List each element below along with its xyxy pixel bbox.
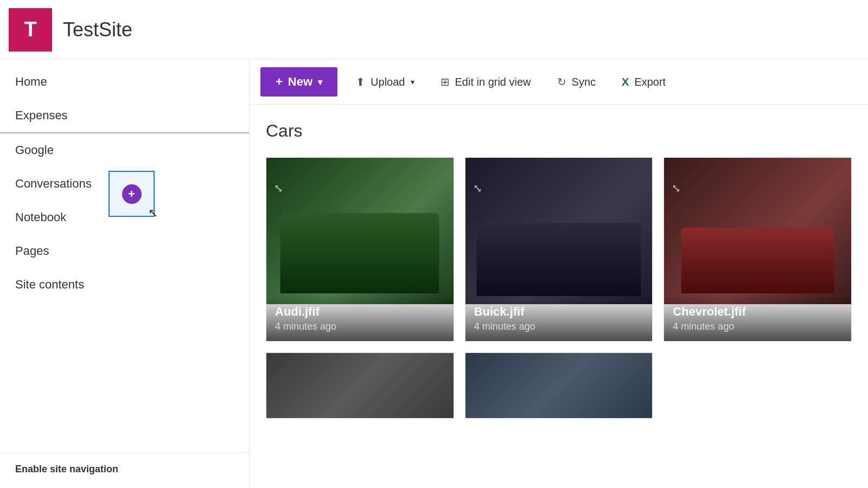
- sidebar-item-conversations[interactable]: Conversations ···: [0, 167, 249, 201]
- file-card-overlay-buick: Buick.jfif 4 minutes ago: [465, 294, 653, 341]
- sync-label: Sync: [572, 76, 596, 88]
- sidebar-item-expenses[interactable]: Expenses ···: [0, 99, 249, 133]
- site-title: TestSite: [63, 18, 132, 41]
- upload-button[interactable]: ⬆ Upload ▾: [348, 70, 422, 94]
- file-name-buick: Buick.jfif: [474, 305, 644, 319]
- plus-icon: +: [276, 75, 283, 89]
- chevron-down-icon: ▾: [318, 77, 322, 87]
- grid-icon: ⊞: [441, 75, 450, 88]
- main-content: Cars ⤡ Audi.jfif 4 minutes ago ⤡ B: [250, 105, 868, 488]
- export-button[interactable]: X Export: [614, 70, 673, 94]
- main-layout: Home ··· Expenses ··· + ↖ Google ··· Con…: [0, 60, 868, 488]
- upload-chevron-icon: ▾: [411, 78, 414, 86]
- sync-icon: ↻: [557, 75, 566, 88]
- file-image-sedan: [266, 353, 454, 418]
- content-area: + New ▾ ⬆ Upload ▾ ⊞ Edit in grid view ↻…: [250, 60, 868, 488]
- header: T TestSite: [0, 0, 868, 60]
- file-time-buick: 4 minutes ago: [474, 321, 644, 332]
- file-card-row2-1[interactable]: [266, 352, 454, 419]
- sidebar-bottom: Enable site navigation: [0, 452, 249, 488]
- page-title: Cars: [266, 121, 852, 141]
- site-logo: T: [9, 8, 52, 52]
- sidebar-item-google[interactable]: Google ···: [0, 133, 249, 167]
- edit-grid-button[interactable]: ⊞ Edit in grid view: [433, 70, 539, 94]
- sidebar-item-pages[interactable]: Pages ···: [0, 234, 249, 268]
- new-button[interactable]: + New ▾: [260, 67, 337, 97]
- edit-grid-label: Edit in grid view: [455, 76, 531, 88]
- file-image-audi: [266, 158, 454, 304]
- sidebar-item-label: Google: [15, 143, 54, 157]
- sidebar-item-label: Notebook: [15, 210, 66, 224]
- upload-icon: ⬆: [356, 75, 365, 88]
- file-name-audi: Audi.jfif: [275, 305, 445, 319]
- sidebar-item-home[interactable]: Home ···: [0, 65, 249, 99]
- file-image-suv2: [465, 353, 653, 418]
- sidebar: Home ··· Expenses ··· + ↖ Google ··· Con…: [0, 60, 250, 488]
- resize-icon-chevrolet: ⤡: [672, 182, 681, 195]
- file-card-audi[interactable]: ⤡ Audi.jfif 4 minutes ago: [266, 157, 454, 342]
- resize-icon-audi: ⤡: [274, 182, 283, 195]
- file-name-chevrolet: Chevrolet.jfif: [673, 305, 843, 319]
- file-grid: ⤡ Audi.jfif 4 minutes ago ⤡ Buick.jfif 4…: [266, 157, 852, 419]
- toolbar: + New ▾ ⬆ Upload ▾ ⊞ Edit in grid view ↻…: [250, 60, 868, 105]
- file-card-buick[interactable]: ⤡ Buick.jfif 4 minutes ago: [465, 157, 653, 342]
- export-label: Export: [634, 76, 666, 88]
- sidebar-item-label: Conversations: [15, 177, 92, 191]
- new-button-label: New: [288, 75, 312, 89]
- sidebar-item-label: Site contents: [15, 278, 84, 292]
- upload-label: Upload: [371, 76, 405, 88]
- excel-icon: X: [622, 76, 629, 88]
- file-time-audi: 4 minutes ago: [275, 321, 445, 332]
- logo-letter: T: [24, 18, 36, 41]
- sidebar-item-label: Home: [15, 75, 47, 89]
- sidebar-item-site-contents[interactable]: Site contents ···: [0, 268, 249, 301]
- file-card-row2-2[interactable]: [465, 352, 653, 419]
- sidebar-item-label: Expenses: [15, 108, 68, 123]
- file-card-overlay-audi: Audi.jfif 4 minutes ago: [266, 294, 454, 341]
- sidebar-item-notebook[interactable]: Notebook ···: [0, 201, 249, 234]
- file-image-chevrolet: [664, 158, 851, 304]
- enable-nav-title: Enable site navigation: [15, 464, 234, 475]
- file-image-buick: [465, 158, 653, 304]
- sidebar-item-label: Pages: [15, 244, 49, 258]
- file-card-overlay-chevrolet: Chevrolet.jfif 4 minutes ago: [664, 294, 851, 341]
- file-time-chevrolet: 4 minutes ago: [673, 321, 843, 332]
- file-card-chevrolet[interactable]: ⤡ Chevrolet.jfif 4 minutes ago: [663, 157, 852, 342]
- resize-icon-buick: ⤡: [473, 182, 482, 195]
- sync-button[interactable]: ↻ Sync: [550, 70, 603, 94]
